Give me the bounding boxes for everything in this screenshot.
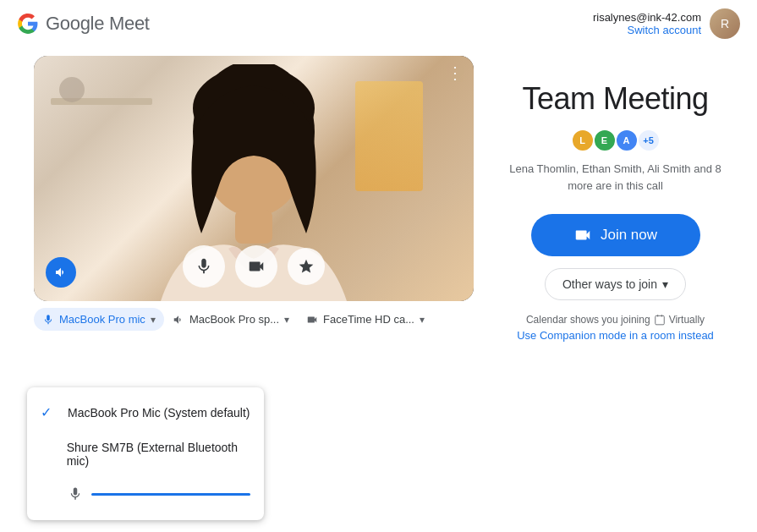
other-ways-button[interactable]: Other ways to join ▾ — [545, 268, 686, 300]
mic-level-row — [27, 478, 264, 513]
participant-avatar-2: E — [593, 129, 617, 152]
calendar-info: Calendar shows you joining Virtually — [526, 314, 705, 326]
mic-chevron-icon: ▾ — [151, 314, 156, 326]
calendar-mode: Virtually — [669, 314, 705, 326]
account-info: risalynes@ink-42.com Switch account — [593, 11, 701, 36]
svg-rect-4 — [655, 315, 664, 325]
volume-indicator — [46, 257, 76, 288]
dropdown-item-2[interactable]: Shure SM7B (External Bluetooth mic) — [27, 431, 264, 478]
camera-device-label: FaceTime HD ca... — [323, 313, 414, 326]
check-icon: ✓ — [41, 404, 58, 420]
more-options-button[interactable]: ⋮ — [447, 64, 464, 81]
join-label: Join now — [601, 227, 657, 244]
meeting-info: Team Meeting L E A +5 Lena Thomlin, Etha… — [507, 56, 723, 342]
svg-rect-3 — [235, 210, 272, 244]
dropdown-option-1-label: MacBook Pro Mic (System default) — [68, 406, 250, 420]
camera-chevron-icon: ▾ — [420, 314, 425, 326]
other-ways-chevron-icon: ▾ — [662, 277, 668, 291]
device-bar: MacBook Pro mic ▾ MacBook Pro sp... ▾ Fa… — [34, 308, 474, 331]
dropdown-option-2-label: Shure SM7B (External Bluetooth mic) — [67, 441, 250, 468]
participant-avatar-count: +5 — [637, 129, 661, 152]
video-preview: ⋮ — [34, 56, 474, 301]
participant-text: Lena Thomlin, Ethan Smith, Ali Smith and… — [507, 161, 723, 194]
video-section: ⋮ — [34, 56, 474, 331]
effects-icon — [298, 258, 315, 275]
mic-device-label: MacBook Pro mic — [59, 313, 145, 326]
speaker-chevron-icon: ▾ — [284, 314, 289, 326]
effects-button[interactable] — [288, 248, 325, 285]
participant-avatars: L E A +5 — [571, 129, 661, 152]
join-now-button[interactable]: Join now — [531, 214, 700, 256]
main-content: ⋮ — [0, 47, 757, 342]
mic-button[interactable] — [183, 245, 225, 288]
app-name: Google Meet — [46, 13, 150, 35]
volume-icon — [54, 266, 68, 279]
mic-level-bar — [91, 493, 250, 496]
video-container: ⋮ — [34, 56, 474, 301]
account-section: risalynes@ink-42.com Switch account R — [593, 8, 740, 39]
avatar-image: R — [710, 8, 740, 39]
mic-icon — [195, 257, 213, 276]
speaker-device-button[interactable]: MacBook Pro sp... ▾ — [164, 308, 298, 331]
video-controls — [183, 245, 325, 288]
calendar-icon — [654, 314, 666, 326]
camera-device-icon — [306, 314, 318, 326]
calendar-text: Calendar shows you joining — [526, 314, 650, 326]
companion-mode-link[interactable]: Use Companion mode in a room instead — [517, 329, 714, 342]
camera-icon — [247, 257, 266, 276]
camera-device-button[interactable]: FaceTime HD ca... ▾ — [298, 308, 433, 331]
mic-device-button[interactable]: MacBook Pro mic ▾ — [34, 308, 164, 331]
mic-device-icon — [42, 314, 54, 326]
mic-dropdown: ✓ MacBook Pro Mic (System default) Shure… — [27, 387, 264, 520]
meeting-title: Team Meeting — [522, 81, 708, 117]
google-logo — [17, 13, 39, 35]
participant-avatar-1: L — [571, 129, 595, 152]
user-avatar[interactable]: R — [710, 8, 740, 39]
account-email: risalynes@ink-42.com — [593, 11, 701, 24]
app-branding: Google Meet — [17, 13, 150, 35]
participant-avatar-3: A — [615, 129, 639, 152]
other-ways-label: Other ways to join — [562, 277, 657, 291]
dropdown-item-1[interactable]: ✓ MacBook Pro Mic (System default) — [27, 394, 264, 431]
mic-level-icon — [68, 486, 83, 502]
join-camera-icon — [573, 226, 592, 244]
camera-button[interactable] — [235, 245, 277, 288]
header: Google Meet risalynes@ink-42.com Switch … — [0, 0, 757, 47]
speaker-device-label: MacBook Pro sp... — [189, 313, 279, 326]
bg-item — [59, 77, 85, 102]
speaker-device-icon — [173, 314, 184, 326]
switch-account-link[interactable]: Switch account — [628, 24, 701, 36]
